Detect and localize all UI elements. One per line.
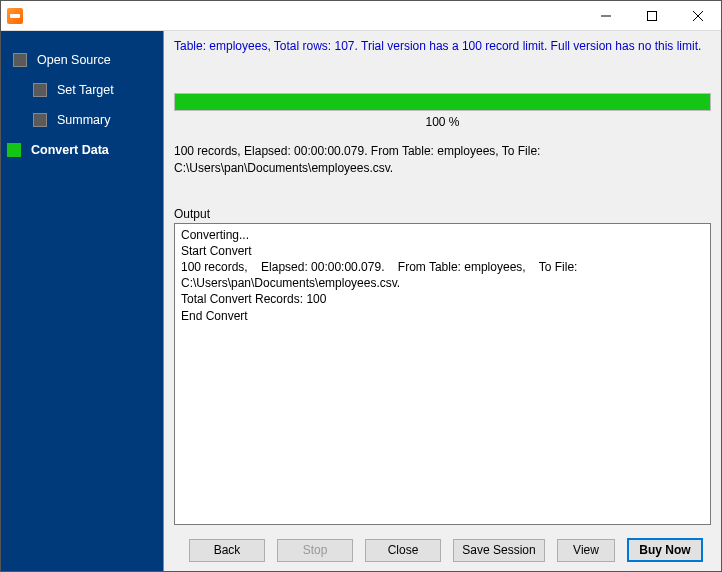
titlebar [1,1,721,31]
step-marker-icon [33,113,47,127]
svg-rect-1 [648,11,657,20]
sidebar-item-set-target[interactable]: Set Target [1,75,163,105]
save-session-button[interactable]: Save Session [453,539,545,562]
window-controls [583,1,721,30]
button-row: Back Stop Close Save Session View Buy No… [164,529,721,571]
progress-percent-label: 100 % [174,115,711,129]
sidebar-item-convert-data[interactable]: Convert Data [1,135,163,165]
view-button[interactable]: View [557,539,615,562]
progress-fill [175,94,710,110]
buy-now-button[interactable]: Buy Now [627,538,703,562]
sidebar-item-summary[interactable]: Summary [1,105,163,135]
stop-button: Stop [277,539,353,562]
output-log[interactable]: Converting... Start Convert 100 records,… [174,223,711,525]
main-panel: Table: employees, Total rows: 107. Trial… [163,31,721,571]
maximize-button[interactable] [629,1,675,30]
sidebar-item-label: Summary [57,113,110,127]
sidebar-item-open-source[interactable]: Open Source [1,45,163,75]
wizard-sidebar: Open Source Set Target Summary Convert D… [1,31,163,571]
trial-info-message: Table: employees, Total rows: 107. Trial… [174,39,711,57]
status-text: 100 records, Elapsed: 00:00:00.079. From… [174,143,711,177]
sidebar-item-label: Open Source [37,53,111,67]
close-window-button[interactable] [675,1,721,30]
sidebar-item-label: Convert Data [31,143,109,157]
minimize-button[interactable] [583,1,629,30]
step-marker-icon [33,83,47,97]
back-button[interactable]: Back [189,539,265,562]
output-label: Output [174,207,711,221]
sidebar-item-label: Set Target [57,83,114,97]
close-button[interactable]: Close [365,539,441,562]
step-marker-active-icon [7,143,21,157]
app-icon [7,8,23,24]
step-marker-icon [13,53,27,67]
progress-section: 100 % [174,93,711,129]
progress-bar [174,93,711,111]
